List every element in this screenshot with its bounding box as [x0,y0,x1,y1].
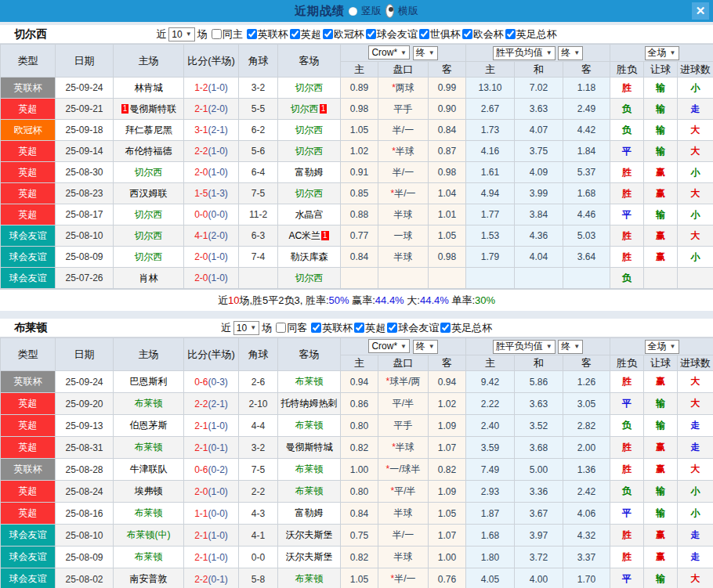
home-team: 1曼彻斯特联 [114,99,184,120]
away-odds: 1.09 [429,481,466,503]
league-checkbox[interactable] [311,323,321,333]
home-odds: 0.82 [341,437,378,459]
handicap-result-label: 赢 [656,551,665,562]
radio-vertical-label[interactable]: 竖版 [361,4,382,18]
avg-home: 7.49 [466,459,515,481]
match-score: 2-2(0-1) [184,568,239,588]
scope-select[interactable]: 全场▼ [645,340,679,354]
corner-score: 6-2 [239,120,278,141]
match-date: 25-09-13 [56,415,114,437]
team-label: 布莱顿 [135,442,163,453]
radio-horizontal-layout[interactable] [385,4,394,18]
league-filter[interactable]: 英联杯 [309,321,353,335]
same-venue-checkbox[interactable] [212,29,222,39]
league-checkbox[interactable] [419,29,429,39]
home-team: 切尔西 [114,247,184,268]
away-team: 沃尔夫斯堡 [278,525,341,547]
match-type-cell: 英超 [1,415,56,437]
recent-count-value: 10 [237,323,247,334]
odds-time-select[interactable]: 终▼ [413,340,438,354]
odds-company-select[interactable]: Crow*▼ [368,339,410,353]
handicap-result: 赢 [644,183,678,204]
league-checkbox[interactable] [323,29,333,39]
handicap-result: 输 [644,99,678,120]
match-type-cell: 英超 [1,437,56,459]
odds-time-select[interactable]: 终▼ [413,46,438,60]
league-checkbox[interactable] [440,323,451,333]
match-date: 25-08-31 [56,437,114,459]
avg-time-select[interactable]: 终▼ [558,46,583,60]
same-venue-filter[interactable]: 同客 [274,321,307,335]
recent-count-select[interactable]: 10 ▼ [233,321,259,335]
league-filter[interactable]: 欧冠杯 [321,27,364,41]
league-filter[interactable]: 英联杯 [245,27,288,41]
scope-select[interactable]: 全场▼ [645,46,679,60]
team-label: 切尔西 [135,230,163,241]
col-handicap: 盘口 [378,62,429,78]
league-checkbox[interactable] [366,29,376,39]
avg-away: 5.03 [563,225,610,247]
away-team: 布莱顿 [278,568,341,588]
match-type-cell: 球会友谊 [1,568,56,588]
fulltime-score: 2-1 [194,420,208,431]
league-checkbox[interactable] [505,29,516,39]
league-checkbox[interactable] [247,29,257,39]
odds-company-select[interactable]: Crow*▼ [368,45,410,60]
league-checkbox[interactable] [354,323,364,333]
league-filter[interactable]: 英足总杯 [504,27,557,41]
match-row: 英联杯25-09-24林肯城1-2(1-0)3-2切尔西0.89*两球0.991… [1,78,713,99]
result-label: 胜 [622,464,632,474]
league-type-badge: 球会友谊 [1,268,55,288]
league-type-badge: 球会友谊 [1,568,55,588]
avg-draw: 5.00 [515,459,563,481]
avg-time-select[interactable]: 终▼ [558,340,583,354]
avg-away: 4.32 [563,525,610,547]
league-checkbox[interactable] [387,323,397,333]
match-type-cell: 英联杯 [1,459,56,481]
close-button[interactable]: ✕ [692,2,709,20]
goals-result: 大 [678,141,713,162]
league-label: 球会友谊 [377,27,418,41]
league-label: 英联杯 [258,27,288,41]
same-venue-checkbox[interactable] [276,323,286,333]
avg-draw: 3.84 [515,204,563,225]
league-checkbox[interactable] [290,29,300,39]
team-label: 西汉姆联 [130,188,168,199]
league-filter[interactable]: 英超 [353,321,385,335]
avg-home: 1.53 [466,225,515,247]
radio-horizontal-label[interactable]: 横版 [398,4,418,18]
result: 胜 [610,78,644,99]
same-venue-filter[interactable]: 同主 [210,27,243,41]
away-odds: 0.84 [429,120,466,141]
league-checkbox[interactable] [462,29,472,39]
league-filter[interactable]: 世俱杯 [418,27,461,41]
league-filter[interactable]: 英超 [288,27,321,41]
home-team: 布伦特福德 [114,141,184,162]
goals-result-label: 走 [691,420,700,431]
match-date: 25-09-24 [56,78,114,99]
halftime-score: (1-0) [208,82,228,93]
league-filter[interactable]: 球会友谊 [364,27,418,41]
team-label: 巴恩斯利 [130,376,168,387]
league-filter[interactable]: 欧会杯 [461,27,504,41]
team-label: 曼彻斯特联 [129,103,176,114]
goals-result: 大 [678,120,713,141]
league-label: 欧冠杯 [334,27,364,41]
col-odds-home: 主 [341,355,378,371]
avg-type-select[interactable]: 胜平负均值▼ [493,340,556,354]
league-filter[interactable]: 英足总杯 [439,321,492,335]
avg-type-select[interactable]: 胜平负均值▼ [493,46,556,60]
odds-group-header: Crow*▼ 终▼ [341,338,466,355]
result: 平 [610,568,644,588]
away-team: 曼彻斯特城 [278,437,341,459]
avg-away: 1.68 [563,183,610,204]
goals-result: 小 [678,162,713,183]
result: 负 [610,481,644,503]
match-score: 2-2(2-1) [184,393,239,415]
recent-count-select[interactable]: 10 ▼ [168,27,194,41]
summary-segment: 30% [475,294,495,306]
league-filter[interactable]: 球会友谊 [385,321,439,335]
radio-vertical-layout[interactable] [349,7,357,16]
match-date: 25-08-10 [56,525,114,547]
handicap: *半球 [378,437,429,459]
